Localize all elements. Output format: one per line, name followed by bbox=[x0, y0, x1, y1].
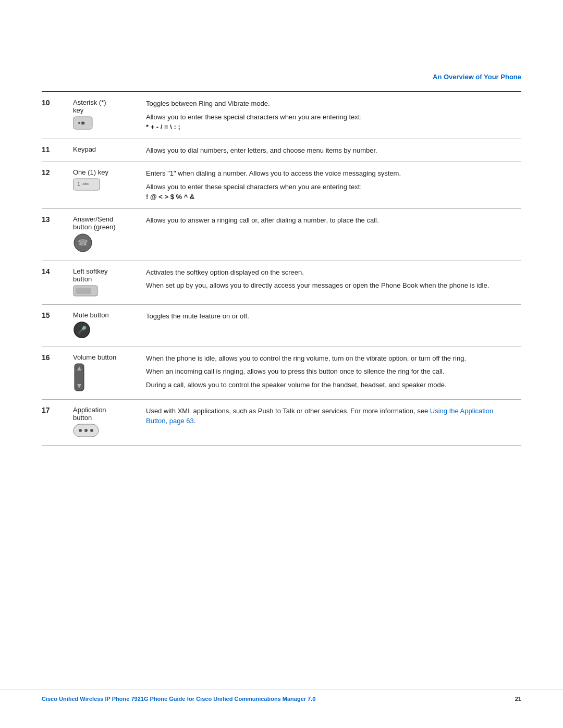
header-title: An Overview of Your Phone bbox=[433, 73, 521, 81]
row-number: 14 bbox=[42, 261, 68, 304]
row-description: Allows you to dial numbers, enter letter… bbox=[141, 139, 521, 162]
row-name: Keypad bbox=[68, 139, 141, 162]
asterisk-key-icon: ✱ bbox=[73, 116, 93, 131]
footer-page-number: 21 bbox=[515, 696, 521, 702]
table-container: 10 Asterisk (*)key ✱ Toggles between Rin… bbox=[42, 91, 521, 446]
footer-left-text: Cisco Unified Wireless IP Phone 7921G Ph… bbox=[42, 696, 315, 702]
table-row: 10 Asterisk (*)key ✱ Toggles between Rin… bbox=[42, 92, 521, 139]
page-container: An Overview of Your Phone 10 Asterisk (*… bbox=[0, 0, 563, 728]
row-number: 12 bbox=[42, 162, 68, 208]
mute-button-icon: 🎤 bbox=[73, 321, 91, 340]
row-name: Asterisk (*)key ✱ bbox=[68, 92, 141, 139]
row-description: Allows you to answer a ringing call or, … bbox=[141, 209, 521, 261]
application-button-icon bbox=[73, 424, 99, 439]
row-number: 11 bbox=[42, 139, 68, 162]
svg-rect-10 bbox=[76, 288, 91, 294]
row-description: Toggles the mute feature on or off. bbox=[141, 305, 521, 347]
svg-point-17 bbox=[79, 429, 82, 432]
table-row: 14 Left softkeybutton Activates the soft… bbox=[42, 261, 521, 305]
svg-text:1: 1 bbox=[77, 181, 80, 187]
row-description: Toggles between Ring and Vibrate mode. A… bbox=[141, 92, 521, 139]
row-name: Volume button bbox=[68, 347, 141, 399]
svg-text:🎤: 🎤 bbox=[78, 326, 87, 335]
svg-point-1 bbox=[78, 122, 80, 124]
content-area: 10 Asterisk (*)key ✱ Toggles between Rin… bbox=[0, 91, 563, 446]
row-name: Answer/Sendbutton (green) ☎ bbox=[68, 209, 141, 261]
row-description: When the phone is idle, allows you to co… bbox=[141, 347, 521, 399]
left-softkey-icon bbox=[73, 285, 98, 298]
row-number: 15 bbox=[42, 305, 68, 347]
table-row: 15 Mute button 🎤 Toggles the mute featur… bbox=[42, 305, 521, 347]
table-row: 17 Applicationbutton Used with XML appli… bbox=[42, 400, 521, 446]
volume-button-icon bbox=[73, 363, 85, 393]
row-number: 17 bbox=[42, 400, 68, 445]
answer-send-icon: ☎ bbox=[73, 233, 93, 254]
row-description: Used with XML applications, such as Push… bbox=[141, 400, 521, 445]
row-name: One (1) key 1 abc bbox=[68, 162, 141, 208]
row-name: Applicationbutton bbox=[68, 400, 141, 445]
row-number: 16 bbox=[42, 347, 68, 399]
row-name: Left softkeybutton bbox=[68, 261, 141, 304]
row-number: 13 bbox=[42, 209, 68, 261]
row-description: Activates the softkey option displayed o… bbox=[141, 261, 521, 304]
svg-text:abc: abc bbox=[82, 181, 89, 186]
row-name: Mute button 🎤 bbox=[68, 305, 141, 347]
row-number: 10 bbox=[42, 92, 68, 139]
one-key-icon: 1 abc bbox=[73, 178, 100, 192]
svg-text:✱: ✱ bbox=[81, 120, 85, 126]
table-row: 16 Volume button When the phone is idle,… bbox=[42, 347, 521, 400]
footer-section: Cisco Unified Wireless IP Phone 7921G Ph… bbox=[0, 689, 563, 702]
table-row: 11 Keypad Allows you to dial numbers, en… bbox=[42, 139, 521, 163]
table-row: 12 One (1) key 1 abc Enters "1" when dia… bbox=[42, 162, 521, 209]
app-button-link[interactable]: Using the Application Button, page 63 bbox=[146, 407, 493, 425]
row-description: Enters "1" when dialing a number. Allows… bbox=[141, 162, 521, 208]
svg-point-19 bbox=[90, 429, 93, 432]
header-section: An Overview of Your Phone bbox=[0, 0, 563, 91]
svg-text:☎: ☎ bbox=[78, 238, 88, 247]
table-row: 13 Answer/Sendbutton (green) ☎ Allows yo… bbox=[42, 209, 521, 261]
svg-point-18 bbox=[84, 429, 88, 432]
